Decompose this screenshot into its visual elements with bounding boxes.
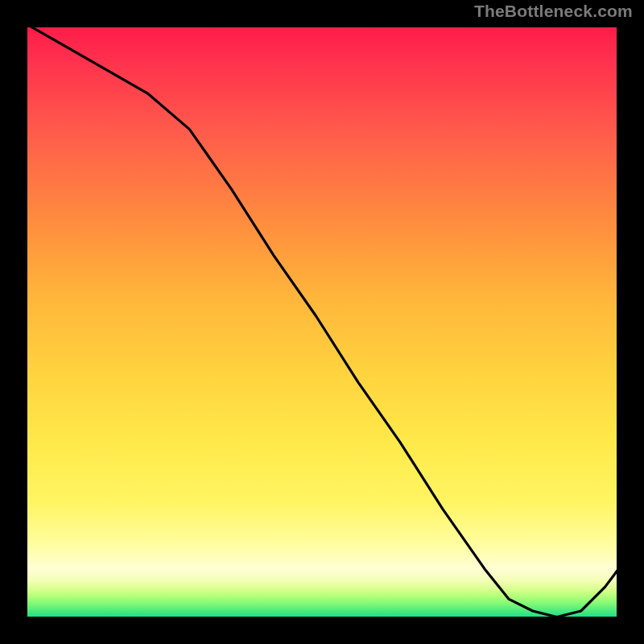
bottleneck-curve bbox=[21, 21, 623, 617]
chart-stage: TheBottleneck.com bbox=[0, 0, 644, 644]
watermark-text: TheBottleneck.com bbox=[474, 2, 633, 21]
curve-layer bbox=[21, 21, 623, 623]
plot-area bbox=[21, 21, 623, 623]
